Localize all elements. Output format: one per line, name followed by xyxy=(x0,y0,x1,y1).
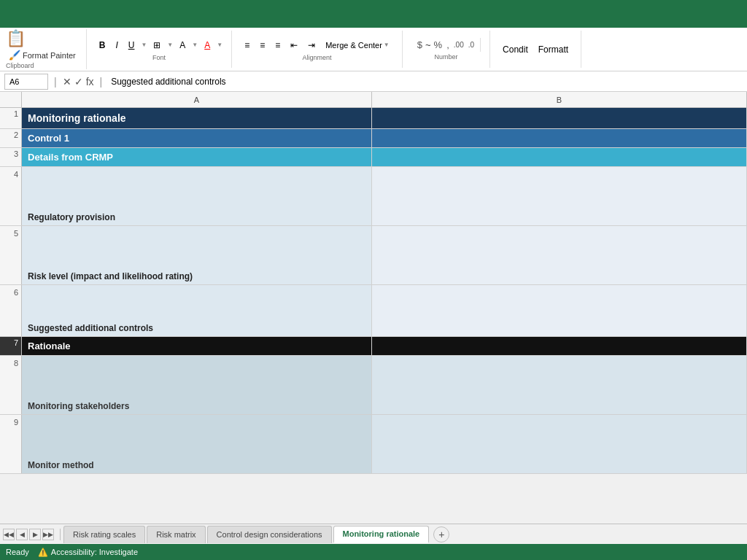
clipboard-section: 📋 🖌️ Format Painter Clipboard xyxy=(6,29,87,69)
cell-b7[interactable] xyxy=(372,337,747,355)
tab-prev-btn[interactable]: ◀ xyxy=(16,529,28,540)
cancel-formula-btn[interactable]: ✕ xyxy=(63,76,71,88)
spreadsheet-area: A B 1 Monitoring rationale 2 Control 1 xyxy=(0,92,747,544)
dollar-button[interactable]: $ xyxy=(416,38,424,52)
align-center-btn[interactable]: ≡ xyxy=(256,38,268,52)
row-num-9: 9 xyxy=(0,415,22,473)
table-row: 6 Suggested additional controls xyxy=(0,285,747,337)
cell-b4[interactable] xyxy=(372,167,747,225)
grid-body: 1 Monitoring rationale 2 Control 1 3 Det… xyxy=(0,108,747,474)
cell-b8[interactable] xyxy=(372,356,747,414)
tilde-label: ~ xyxy=(425,39,431,50)
cell-a8-value: Monitoring stakeholders xyxy=(28,401,129,411)
tab-next-btn[interactable]: ▶ xyxy=(29,529,41,540)
fill-dropdown[interactable]: ▼ xyxy=(192,42,198,48)
font-section: B I U ▼ ⊞ ▼ A ▼ A ▼ Font xyxy=(96,31,232,68)
formula-input[interactable] xyxy=(108,75,743,88)
table-row: 4 Regulatory provision xyxy=(0,167,747,226)
cell-b9[interactable] xyxy=(372,415,747,473)
underline-button[interactable]: U xyxy=(125,38,139,52)
row-num-3: 3 xyxy=(0,148,22,166)
formula-icons: ✕ ✓ fx xyxy=(63,76,94,88)
confirm-formula-btn[interactable]: ✓ xyxy=(74,76,83,88)
align-right-btn[interactable]: ≡ xyxy=(271,38,284,52)
excel-titlebar xyxy=(0,0,747,28)
tab-first-btn[interactable]: ◀◀ xyxy=(3,529,15,540)
insert-function-btn[interactable]: fx xyxy=(86,76,94,88)
cell-a8[interactable]: Monitoring stakeholders xyxy=(22,356,372,414)
accessibility-icon: ⚠️ xyxy=(38,548,48,557)
italic-button[interactable]: I xyxy=(112,38,121,52)
borders-dropdown[interactable]: ▼ xyxy=(167,42,173,48)
tab-monitoring-rationale[interactable]: Monitoring rationale xyxy=(333,526,430,543)
tab-risk-rating-scales-label: Risk rating scales xyxy=(73,530,136,539)
format-painter[interactable]: 🖌️ Format Painter xyxy=(6,48,79,62)
add-sheet-button[interactable]: + xyxy=(433,526,449,542)
row-num-4: 4 xyxy=(0,167,22,225)
cell-a4[interactable]: Regulatory provision xyxy=(22,167,372,225)
cell-b2[interactable] xyxy=(372,129,747,147)
cell-a1[interactable]: Monitoring rationale xyxy=(22,108,372,128)
indent-decrease-btn[interactable]: ⇤ xyxy=(287,38,301,52)
increase-decimal-button[interactable]: .00 xyxy=(452,39,465,50)
cell-a2[interactable]: Control 1 xyxy=(22,129,372,147)
fill-color-button[interactable]: A xyxy=(176,38,189,52)
table-row: 2 Control 1 xyxy=(0,129,747,148)
cell-a5[interactable]: Risk level (impact and likelihood rating… xyxy=(22,226,372,284)
conditional-button[interactable]: Condit xyxy=(499,42,532,57)
row-num-8: 8 xyxy=(0,356,22,414)
font-color-button[interactable]: A xyxy=(201,38,214,52)
table-row: 1 Monitoring rationale xyxy=(0,108,747,129)
cell-a1-value: Monitoring rationale xyxy=(28,112,126,124)
merge-center-label: Merge & Center xyxy=(325,41,382,50)
formula-divider: | xyxy=(51,76,60,88)
paste-button[interactable]: 📋 xyxy=(6,29,26,48)
cell-a7[interactable]: Rationale xyxy=(22,337,372,355)
tab-risk-matrix-label: Risk matrix xyxy=(156,530,196,539)
cell-a9[interactable]: Monitor method xyxy=(22,415,372,473)
percent-button[interactable]: % xyxy=(433,38,444,52)
cell-b5[interactable] xyxy=(372,226,747,284)
align-left-btn[interactable]: ≡ xyxy=(241,38,253,52)
grid-container: A B 1 Monitoring rationale 2 Control 1 xyxy=(0,92,747,474)
tab-control-design-label: Control design considerations xyxy=(217,530,322,539)
clipboard-label: Clipboard xyxy=(6,62,34,69)
accessibility-text: Accessibility: Investigate xyxy=(51,548,138,556)
cell-ref-value: A6 xyxy=(9,77,19,86)
cell-b6[interactable] xyxy=(372,285,747,336)
alignment-section: ≡ ≡ ≡ ⇤ ⇥ Merge & Center ▼ Alignment xyxy=(241,31,403,68)
tab-control-design[interactable]: Control design considerations xyxy=(207,526,332,543)
col-header-a[interactable]: A xyxy=(22,92,372,107)
cell-a3[interactable]: Details from CRMP xyxy=(22,148,372,166)
decrease-decimal-button[interactable]: .0 xyxy=(467,39,476,50)
tab-last-btn[interactable]: ▶▶ xyxy=(42,529,54,540)
cell-b3[interactable] xyxy=(372,148,747,166)
table-row: 7 Rationale xyxy=(0,337,747,356)
cell-a6[interactable]: Suggested additional controls xyxy=(22,285,372,336)
merge-center-button[interactable]: Merge & Center ▼ xyxy=(322,39,393,52)
cell-a6-value: Suggested additional controls xyxy=(28,323,153,333)
row-num-5: 5 xyxy=(0,226,22,284)
number-label: Number xyxy=(434,53,457,61)
indent-increase-btn[interactable]: ⇥ xyxy=(304,38,319,52)
formula-bar: A6 | ✕ ✓ fx | xyxy=(0,71,747,92)
status-accessibility: ⚠️ Accessibility: Investigate xyxy=(38,548,138,557)
cell-b1[interactable] xyxy=(372,108,747,128)
borders-button[interactable]: ⊞ xyxy=(150,38,164,52)
sheet-tabs-bar: ◀◀ ◀ ▶ ▶▶ Risk rating scales Risk matrix… xyxy=(0,524,747,544)
cell-reference-box[interactable]: A6 xyxy=(4,74,48,90)
format-painter-label: Format Painter xyxy=(23,51,76,60)
format-as-table-button[interactable]: Formatt xyxy=(535,42,572,57)
formula-bar-separator: | xyxy=(97,76,106,88)
bold-button[interactable]: B xyxy=(96,38,109,52)
col-header-b[interactable]: B xyxy=(372,92,747,107)
conditional-section: Condit Formatt xyxy=(499,31,581,68)
comma-button[interactable]: , xyxy=(445,38,451,52)
font-color-dropdown[interactable]: ▼ xyxy=(217,42,222,48)
underline-dropdown[interactable]: ▼ xyxy=(141,42,147,48)
merge-dropdown: ▼ xyxy=(384,42,390,48)
tab-risk-rating-scales[interactable]: Risk rating scales xyxy=(63,526,145,543)
cell-a5-value: Risk level (impact and likelihood rating… xyxy=(28,271,193,281)
cell-a9-value: Monitor method xyxy=(28,460,94,470)
tab-risk-matrix[interactable]: Risk matrix xyxy=(147,526,205,543)
